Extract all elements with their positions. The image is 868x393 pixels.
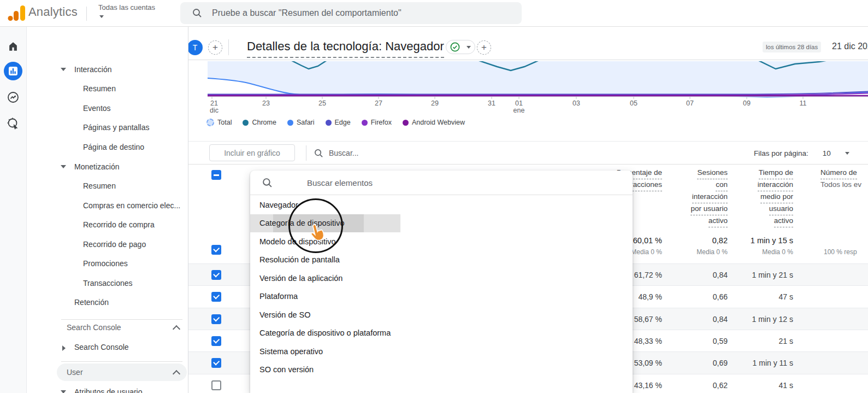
global-search-placeholder: Pruebe a buscar "Resumen del comportamie…: [212, 8, 401, 18]
browsers-line-chart: [208, 61, 868, 99]
explore-icon: [7, 91, 20, 104]
dropdown-item-resolucion-de-pantalla[interactable]: Resolución de pantalla: [250, 251, 633, 269]
advertising-icon: [7, 117, 20, 130]
date-range-selector[interactable]: 21 dic 202: [832, 42, 868, 51]
total-legend-icon: [206, 119, 214, 126]
chevron-up-icon[interactable]: [173, 325, 180, 333]
home-button[interactable]: [0, 36, 26, 57]
row-checkbox[interactable]: [211, 314, 221, 324]
chrome-legend-icon: [243, 120, 249, 126]
rows-per-page-control[interactable]: Filas por página: 10: [754, 145, 849, 161]
rows-per-page-caret-icon[interactable]: [845, 152, 849, 155]
totals-sessions-media: Media 0 %: [651, 248, 728, 256]
x-axis-tick: 11: [800, 100, 807, 107]
include-in-chart-button[interactable]: Incluir en gráfico: [209, 144, 295, 161]
expand-triangle-icon[interactable]: [61, 68, 66, 71]
dropdown-item-version-de-so[interactable]: Versión de SO: [250, 306, 633, 324]
android-webview-legend-icon: [403, 120, 409, 126]
column-header-numero-de-eventos[interactable]: Número de Todos los ev: [820, 167, 868, 191]
legend-item-total[interactable]: Total: [206, 119, 232, 126]
x-axis-tick: 31: [488, 100, 495, 107]
x-axis-tick: 25: [318, 100, 326, 107]
x-axis-tick: 09: [743, 100, 751, 107]
sidebar-divider: [61, 319, 182, 320]
pill-caret-icon[interactable]: [467, 46, 471, 49]
dropdown-item-so-con-version[interactable]: SO con versión: [250, 361, 633, 379]
select-all-checkbox-indeterminate[interactable]: [211, 170, 221, 180]
column-header-tiempo-interaccion[interactable]: Tiempo de interacción medio por usuario …: [717, 167, 793, 227]
totals-row-checkbox[interactable]: [211, 245, 221, 255]
totals-time: 1 min y 15 s: [717, 235, 793, 246]
legend-item-safari[interactable]: Safari: [287, 119, 315, 126]
dropdown-search-placeholder: Buscar elementos: [307, 178, 373, 187]
explore-button[interactable]: [0, 86, 26, 108]
dropdown-item-sistema-operativo[interactable]: Sistema operativo: [250, 343, 633, 361]
dropdown-search-input[interactable]: Buscar elementos: [250, 171, 633, 195]
x-axis-tick: 05: [630, 100, 637, 107]
report-nav-sidebar: Interacción Resumen Eventos Páginas y pa…: [26, 26, 188, 393]
row-checkbox[interactable]: [211, 336, 221, 346]
dropdown-item-categoria-dispositivo-o-plataforma[interactable]: Categoría de dispositivo o plataforma: [250, 324, 633, 342]
account-caret-icon[interactable]: [99, 15, 104, 18]
totals-events-media: 100 % resp: [824, 248, 868, 256]
advertising-button[interactable]: [0, 113, 26, 134]
legend-item-android-webview[interactable]: Android Webview: [403, 119, 465, 126]
check-circle-icon: [450, 42, 460, 52]
search-icon: [262, 178, 273, 188]
search-icon: [192, 8, 202, 18]
rows-per-page-value[interactable]: 10: [823, 149, 831, 157]
firefox-legend-icon: [362, 120, 368, 126]
totals-time-media: Media 0 %: [717, 248, 793, 256]
x-axis-tick: 27: [375, 100, 382, 107]
legend-item-firefox[interactable]: Firefox: [362, 119, 392, 126]
column-header-sesiones-con-interaccion[interactable]: Sesiones con interacción por usuario act…: [651, 167, 728, 227]
legend-item-chrome[interactable]: Chrome: [243, 119, 276, 126]
app-title[interactable]: Analytics: [28, 5, 78, 19]
table-top-border: [188, 141, 868, 142]
page-title[interactable]: Detalles de la tecnología: Navegador: [247, 39, 444, 58]
ga4-app: Analytics Todas las cuentas Pruebe a bus…: [0, 0, 868, 393]
safari-legend-icon: [287, 120, 293, 126]
nav-rail: [0, 26, 27, 393]
rows-per-page-label: Filas por página:: [754, 149, 808, 157]
row-checkbox[interactable]: [211, 358, 221, 368]
edge-legend-icon: [326, 120, 332, 126]
reports-button-active[interactable]: [0, 60, 26, 82]
avatar[interactable]: T: [187, 40, 203, 55]
search-icon: [314, 149, 323, 158]
table-header-border: [188, 164, 868, 165]
x-axis-tick: 03: [572, 100, 580, 107]
home-icon: [7, 40, 19, 52]
row-checkbox-unchecked[interactable]: [211, 380, 221, 390]
x-axis-tick: 01ene: [513, 100, 525, 114]
dropdown-item-plataforma[interactable]: Plataforma: [250, 288, 633, 306]
row-checkbox[interactable]: [211, 292, 221, 302]
global-search-input[interactable]: Pruebe a buscar "Resumen del comportamie…: [180, 2, 522, 24]
add-comparison-button[interactable]: +: [208, 40, 222, 55]
x-axis-tick: 07: [686, 100, 694, 107]
dropdown-item-version-de-la-aplicacion[interactable]: Versión de la aplicación: [250, 269, 633, 288]
chart-legend: Total Chrome Safari Edge Firefox Android…: [206, 119, 465, 126]
report-status-pill[interactable]: [446, 40, 475, 54]
expand-triangle-icon[interactable]: [61, 165, 66, 168]
dropdown-divider: [250, 195, 633, 195]
totals-sessions: 0,82: [651, 235, 728, 246]
analytics-logo-icon[interactable]: [4, 3, 28, 23]
top-bar: Analytics Todas las cuentas Pruebe a bus…: [0, 0, 868, 27]
add-report-button[interactable]: +: [477, 40, 491, 55]
table-search-placeholder: Buscar...: [329, 149, 358, 157]
x-axis-tick: 21dic: [210, 100, 219, 114]
topbar-divider: [86, 7, 87, 21]
date-range-hint: los últimos 28 días: [763, 42, 821, 52]
collapse-triangle-icon[interactable]: [62, 345, 66, 351]
header-bottom-border: [188, 60, 868, 60]
expand-triangle-icon[interactable]: [61, 390, 66, 393]
x-axis-tick: 29: [431, 100, 439, 107]
table-search-input[interactable]: Buscar...: [314, 145, 358, 161]
reports-icon: [8, 66, 18, 76]
header-divider: [228, 39, 229, 55]
row-checkbox[interactable]: [211, 270, 221, 280]
toolbar-divider: [306, 145, 306, 161]
account-selector[interactable]: Todas las cuentas: [98, 3, 155, 11]
legend-item-edge[interactable]: Edge: [326, 119, 351, 126]
